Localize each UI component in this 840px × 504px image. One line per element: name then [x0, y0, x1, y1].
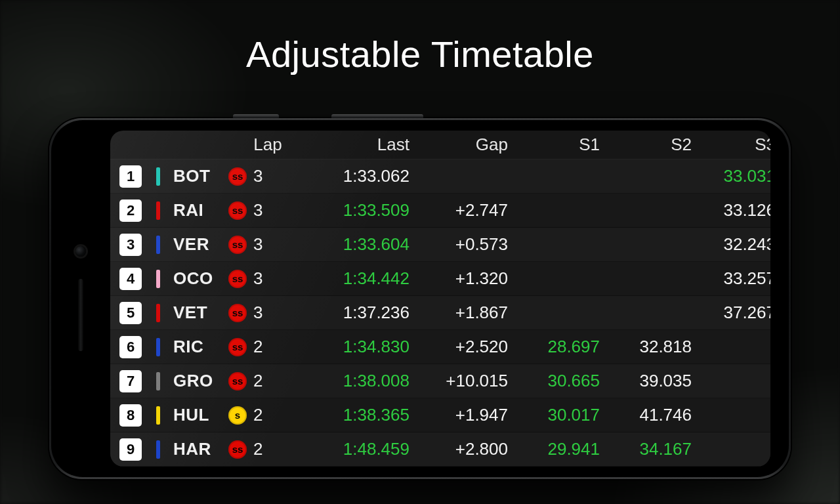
- lap-cell: ss3: [226, 303, 298, 323]
- s1-time: 30.665: [512, 371, 604, 391]
- driver-code: BOT: [167, 166, 226, 186]
- table-row[interactable]: 9HARss21:48.459+2.80029.94134.167: [110, 432, 770, 467]
- lap-cell: s2: [226, 405, 298, 425]
- tyre-icon: ss: [228, 167, 247, 186]
- last-time: 1:33.509: [298, 200, 413, 220]
- s3-time: 33.126: [696, 200, 770, 220]
- tyre-icon: s: [228, 406, 247, 425]
- position-badge: 5: [119, 302, 142, 324]
- team-color-bar: [156, 338, 160, 356]
- table-row[interactable]: 6RICss21:34.830+2.52028.69732.818: [110, 330, 770, 364]
- col-gap[interactable]: Gap: [413, 135, 512, 155]
- driver-code: OCO: [167, 268, 226, 289]
- team-color-bar: [156, 440, 160, 459]
- col-last[interactable]: Last: [298, 135, 413, 155]
- col-lap[interactable]: Lap: [226, 135, 298, 155]
- last-time: 1:33.062: [298, 166, 413, 186]
- table-body[interactable]: 1BOTss31:33.06233.0312RAIss31:33.509+2.7…: [110, 159, 770, 467]
- lap-number: 3: [253, 268, 262, 289]
- lap-cell: ss3: [226, 200, 298, 220]
- gap-time: +2.800: [413, 439, 512, 459]
- lap-number: 2: [253, 371, 262, 391]
- s2-time: 39.035: [604, 371, 696, 391]
- last-time: 1:38.008: [298, 371, 413, 391]
- last-time: 1:34.442: [298, 268, 413, 289]
- gap-time: +2.520: [413, 337, 512, 357]
- position-badge: 9: [119, 438, 142, 461]
- gap-time: +10.015: [413, 371, 512, 391]
- s2-time: 32.818: [604, 337, 696, 357]
- s3-time: 33.031: [696, 166, 770, 186]
- tyre-icon: ss: [228, 338, 247, 356]
- last-time: 1:37.236: [298, 303, 413, 323]
- table-row[interactable]: 8HULs21:38.365+1.94730.01741.746: [110, 398, 770, 432]
- phone-button-icon: [233, 114, 279, 118]
- table-row[interactable]: 3VERss31:33.604+0.57332.243: [110, 228, 770, 262]
- lap-number: 3: [253, 166, 262, 186]
- col-s1[interactable]: S1: [512, 135, 604, 155]
- driver-code: HUL: [167, 405, 226, 425]
- s3-time: 33.257: [696, 268, 770, 289]
- lap-number: 2: [253, 439, 262, 459]
- position-badge: 1: [119, 165, 142, 188]
- team-color-bar: [156, 372, 160, 390]
- gap-time: +1.947: [413, 405, 512, 425]
- team-color-bar: [156, 304, 160, 322]
- tyre-icon: ss: [228, 201, 247, 220]
- gap-time: +2.747: [413, 200, 512, 220]
- team-color-bar: [156, 406, 160, 425]
- position-badge: 7: [119, 370, 142, 392]
- lap-cell: ss2: [226, 371, 298, 391]
- position-badge: 3: [119, 234, 142, 256]
- position-badge: 2: [119, 200, 142, 222]
- lap-number: 3: [253, 303, 262, 323]
- lap-cell: ss3: [226, 268, 298, 289]
- lap-cell: ss2: [226, 337, 298, 357]
- table-row[interactable]: 2RAIss31:33.509+2.74733.126: [110, 194, 770, 228]
- tyre-icon: ss: [228, 304, 247, 322]
- last-time: 1:38.365: [298, 405, 413, 425]
- gap-time: +1.867: [413, 303, 512, 323]
- app-screen[interactable]: Lap Last Gap S1 S2 S3 1BOTss31:33.06233.…: [110, 131, 770, 467]
- lap-cell: ss3: [226, 234, 298, 255]
- s1-time: 29.941: [512, 439, 604, 459]
- s3-time: 37.267: [696, 303, 770, 323]
- team-color-bar: [156, 201, 160, 220]
- s3-time: 32.243: [696, 234, 770, 255]
- driver-code: HAR: [167, 439, 226, 459]
- driver-code: RIC: [167, 337, 226, 357]
- table-row[interactable]: 7GROss21:38.008+10.01530.66539.035: [110, 364, 770, 398]
- col-s2[interactable]: S2: [604, 135, 696, 155]
- gap-time: +0.573: [413, 234, 512, 255]
- lap-number: 3: [253, 200, 262, 220]
- speaker-icon: [78, 279, 83, 351]
- lap-number: 3: [253, 234, 262, 255]
- phone-sensors: [51, 120, 110, 477]
- lap-cell: ss3: [226, 166, 298, 186]
- table-row[interactable]: 5VETss31:37.236+1.86737.267: [110, 296, 770, 330]
- driver-code: RAI: [167, 200, 226, 220]
- col-s3[interactable]: S3: [696, 135, 770, 155]
- s1-time: 28.697: [512, 337, 604, 357]
- position-badge: 6: [119, 336, 142, 358]
- phone-frame: Lap Last Gap S1 S2 S3 1BOTss31:33.06233.…: [49, 118, 791, 479]
- timing-table[interactable]: Lap Last Gap S1 S2 S3 1BOTss31:33.06233.…: [110, 131, 770, 467]
- lap-number: 2: [253, 337, 262, 357]
- last-time: 1:48.459: [298, 439, 413, 459]
- team-color-bar: [156, 236, 160, 254]
- tyre-icon: ss: [228, 372, 247, 390]
- s2-time: 41.746: [604, 405, 696, 425]
- lap-cell: ss2: [226, 439, 298, 459]
- s1-time: 30.017: [512, 405, 604, 425]
- position-badge: 8: [119, 404, 142, 427]
- position-badge: 4: [119, 268, 142, 290]
- table-header-row: Lap Last Gap S1 S2 S3: [110, 131, 770, 159]
- table-row[interactable]: 1BOTss31:33.06233.031: [110, 159, 770, 194]
- phone-button-icon: [331, 114, 423, 118]
- table-row[interactable]: 4OCOss31:34.442+1.32033.257: [110, 262, 770, 296]
- last-time: 1:33.604: [298, 234, 413, 255]
- team-color-bar: [156, 270, 160, 288]
- tyre-icon: ss: [228, 270, 247, 288]
- tyre-icon: ss: [228, 440, 247, 459]
- camera-icon: [75, 246, 86, 257]
